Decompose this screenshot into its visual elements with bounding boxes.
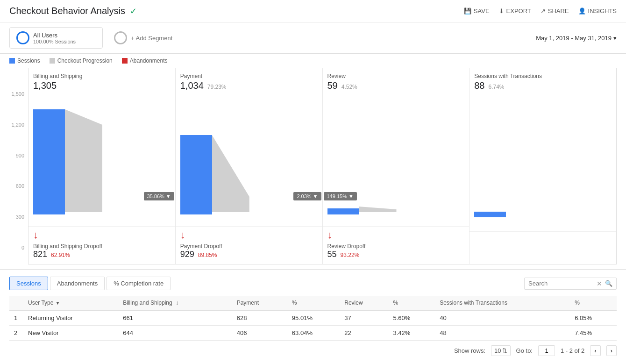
funnel-payment: [212, 135, 249, 212]
segment-name: All Users: [33, 32, 76, 39]
date-range-chevron-icon: ▾: [613, 35, 617, 42]
save-button[interactable]: 💾 SAVE: [464, 7, 490, 14]
col-body-transactions: [470, 95, 616, 231]
insights-button[interactable]: 👤 INSIGHTS: [578, 7, 617, 14]
y-axis-0: 0: [9, 245, 24, 250]
prev-page-button[interactable]: ‹: [590, 345, 600, 356]
col-body-billing: 35.86% ▼: [28, 95, 175, 226]
col-value-payment: 1,034: [180, 80, 204, 91]
dropoff-row-payment: 929 89.85%: [180, 250, 318, 259]
table-row: 2 New Visitor 644 406 63.04% 22 3.42% 48…: [9, 326, 617, 341]
dropoff-value-billing: 821: [33, 250, 47, 259]
goto-input[interactable]: [538, 345, 555, 356]
verified-icon: ✓: [130, 6, 137, 16]
col-body-review: 149.15% ▼: [323, 95, 470, 226]
row2-transactions-pct: 7.45%: [570, 326, 617, 341]
page-title: Checkout Behavior Analysis: [9, 6, 125, 16]
abandonment-label-billing[interactable]: 35.86% ▼: [144, 192, 174, 200]
search-icon[interactable]: 🔍: [605, 280, 612, 287]
search-clear-icon[interactable]: ✕: [597, 280, 602, 287]
legend-abandonments-label: Abandonments: [130, 57, 168, 64]
abandonment-label-review[interactable]: 149.15% ▼: [324, 192, 357, 200]
table-toolbar: Sessions Abandonments % Completion rate …: [9, 277, 617, 290]
row1-user-type: Returning Visitor: [23, 310, 118, 326]
dropoff-row-review: 55 93.22%: [327, 250, 465, 259]
legend-sessions: Sessions: [9, 57, 40, 64]
th-billing-label: Billing and Shipping: [123, 300, 172, 306]
segment-text: All Users 100.00% Sessions: [33, 32, 76, 44]
col-bottom-review: ↓ Review Dropoff 55 93.22%: [323, 226, 470, 264]
legend-abandonments-color: [122, 58, 128, 64]
th-review-pct: %: [388, 296, 435, 310]
col-top-transactions: Sessions with Transactions 88 6.74%: [470, 68, 616, 95]
th-billing[interactable]: Billing and Shipping ↓: [118, 296, 232, 310]
table-header-row: User Type ▼ Billing and Shipping ↓ Payme…: [9, 296, 617, 310]
col-bottom-billing: ↓ Billing and Shipping Dropoff 821 62.91…: [28, 226, 175, 264]
blue-bar-transactions: [474, 212, 506, 217]
abandonment-label-payment[interactable]: 2.03% ▼: [293, 192, 321, 200]
y-axis-600: 600: [9, 183, 24, 189]
dropoff-row-billing: 821 62.91%: [33, 250, 171, 259]
export-button[interactable]: ⬇ EXPORT: [499, 7, 531, 14]
h-bar-billing: [33, 212, 65, 214]
table-tabs: Sessions Abandonments % Completion rate: [9, 277, 171, 290]
th-review-pct-label: %: [393, 300, 398, 306]
chart-section: 1,500 1,200 900 600 300 0 Billing and Sh…: [0, 68, 626, 270]
col-top-payment: Payment 1,034 79.23%: [176, 68, 322, 95]
abandonment-pct-review: 149.15%: [327, 193, 347, 199]
tab-abandonments[interactable]: Abandonments: [50, 277, 105, 290]
add-segment-label: + Add Segment: [131, 35, 172, 42]
tab-sessions[interactable]: Sessions: [9, 277, 48, 290]
chart-col-review: Review 59 4.52% 149.15% ▼ ↓: [323, 68, 470, 264]
col-value-review: 59: [327, 80, 338, 91]
row1-num: 1: [9, 310, 23, 326]
col-bottom-payment: ↓ Payment Dropoff 929 89.85%: [176, 226, 322, 264]
legend-sessions-label: Sessions: [17, 57, 40, 64]
th-billing-sort-icon: ↓: [176, 300, 178, 306]
search-input[interactable]: [528, 280, 594, 287]
th-user-type-label: User Type: [28, 300, 53, 306]
h-bar-review: [327, 212, 359, 214]
row1-billing: 661: [118, 310, 232, 326]
share-button[interactable]: ↗ SHARE: [541, 7, 569, 14]
segment-all-users[interactable]: All Users 100.00% Sessions: [9, 27, 103, 49]
th-user-sort-icon: ▼: [55, 300, 60, 306]
th-payment: Payment: [232, 296, 287, 310]
add-segment-button[interactable]: + Add Segment: [107, 28, 201, 48]
row1-review: 37: [340, 310, 388, 326]
col-value-row-payment: 1,034 79.23%: [180, 80, 318, 93]
export-label: EXPORT: [506, 7, 531, 14]
table-body: 1 Returning Visitor 661 628 95.01% 37 5.…: [9, 310, 617, 341]
tab-completion-rate[interactable]: % Completion rate: [107, 277, 171, 290]
blue-bar-billing: [33, 109, 65, 212]
col-pct-payment: 79.23%: [207, 84, 227, 90]
next-page-button[interactable]: ›: [606, 345, 617, 356]
row1-transactions: 40: [435, 310, 570, 326]
export-icon: ⬇: [499, 7, 504, 14]
chart-col-transactions: Sessions with Transactions 88 6.74%: [470, 68, 616, 264]
red-arrow-payment: ↓: [180, 229, 318, 241]
rows-per-page-select[interactable]: 10 ⇅: [491, 345, 510, 356]
table-header: User Type ▼ Billing and Shipping ↓ Payme…: [9, 296, 617, 310]
dropoff-value-payment: 929: [180, 250, 194, 259]
th-user-type[interactable]: User Type ▼: [23, 296, 118, 310]
col-value-billing: 1,305: [33, 80, 171, 91]
dropoff-pct-payment: 89.85%: [198, 252, 217, 258]
th-payment-pct: %: [287, 296, 340, 310]
date-range-selector[interactable]: May 1, 2019 - May 31, 2019 ▾: [536, 35, 617, 42]
col-pct-review: 4.52%: [341, 84, 357, 90]
row2-transactions: 48: [435, 326, 570, 341]
col-header-transactions: Sessions with Transactions: [474, 73, 612, 79]
segments-bar: All Users 100.00% Sessions + Add Segment…: [0, 22, 626, 54]
col-body-payment: 2.03% ▼: [176, 95, 322, 226]
chart-wrapper: 1,500 1,200 900 600 300 0 Billing and Sh…: [9, 68, 617, 264]
rows-stepper-icon: ⇅: [502, 347, 507, 354]
dropoff-pct-billing: 62.91%: [51, 252, 70, 258]
th-payment-pct-label: %: [292, 300, 297, 306]
row2-review-pct: 3.42%: [388, 326, 435, 341]
share-label: SHARE: [548, 7, 569, 14]
row2-review: 22: [340, 326, 388, 341]
row2-payment: 406: [232, 326, 287, 341]
th-review: Review: [340, 296, 388, 310]
header-left: Checkout Behavior Analysis ✓: [9, 6, 137, 16]
